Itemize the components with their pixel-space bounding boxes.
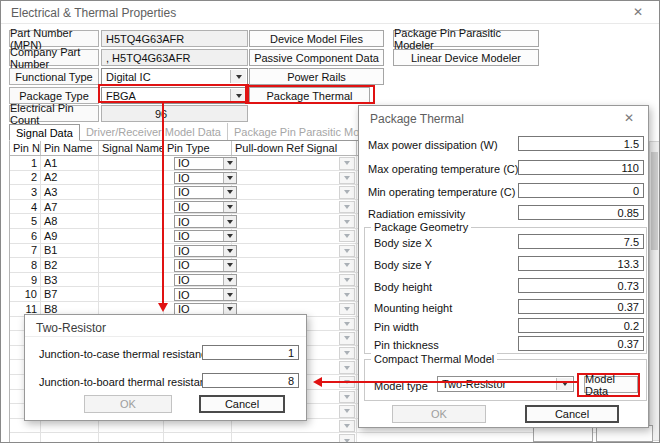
pulldown-combo-disabled — [339, 303, 355, 316]
pulldown-combo-disabled — [339, 288, 355, 301]
pulldown-combo-disabled — [339, 201, 355, 214]
pulldown-combo-disabled — [339, 434, 355, 443]
pin-type-combo[interactable]: IO — [174, 215, 237, 228]
cell-pin-no: 4 — [10, 200, 41, 214]
cell-signal-name[interactable] — [99, 214, 164, 228]
pin-width-label: Pin width — [374, 321, 419, 333]
cell-signal-name[interactable] — [99, 200, 164, 214]
company-part-number-field[interactable]: , H5TQ4G63AFR — [101, 49, 248, 66]
linear-device-modeler-button[interactable]: Linear Device Modeler — [393, 49, 539, 66]
pin-type-combo[interactable]: IO — [174, 230, 237, 243]
cell-pin-type — [164, 433, 232, 443]
pin-thickness-field[interactable]: 0.37 — [518, 336, 644, 351]
mounting-height-field[interactable]: 0.37 — [518, 299, 644, 314]
model-type-combo[interactable]: Two-Resistor — [437, 376, 574, 392]
cell-pin-name: B7 — [41, 287, 99, 301]
cell-signal-name[interactable] — [99, 287, 164, 301]
cell-signal-name[interactable] — [99, 273, 164, 287]
device-model-files-button[interactable]: Device Model Files — [249, 30, 384, 47]
cell-pin-name: A7 — [41, 200, 99, 214]
pulldown-combo-disabled — [339, 318, 355, 331]
max-operating-temperature-field[interactable]: 110 — [518, 160, 644, 175]
col-header-pulldown-ref-signal[interactable]: Pull-down Ref Signal — [232, 141, 357, 155]
junction-to-board-field[interactable]: 8 — [202, 373, 299, 388]
body-size-x-label: Body size X — [374, 237, 432, 249]
part-number-field[interactable]: H5TQ4G63AFR — [101, 30, 248, 47]
cell-signal-name[interactable] — [99, 185, 164, 199]
cell-signal-name[interactable] — [99, 258, 164, 272]
cell-pin-no: 3 — [10, 185, 41, 199]
close-icon[interactable]: ✕ — [618, 110, 640, 126]
chevron-down-icon — [223, 246, 236, 257]
pin-type-combo[interactable]: IO — [174, 259, 237, 272]
pin-type-combo[interactable]: IO — [174, 157, 237, 170]
pin-width-field[interactable]: 0.2 — [518, 318, 644, 333]
chevron-down-icon — [223, 202, 236, 213]
close-icon[interactable]: ✕ — [625, 4, 651, 21]
chevron-down-icon[interactable] — [556, 378, 572, 390]
pin-count-field: 96 — [101, 105, 248, 122]
chevron-down-icon[interactable] — [230, 70, 246, 83]
max-power-dissipation-field[interactable]: 1.5 — [518, 136, 644, 151]
package-thermal-ok-button: OK — [392, 405, 486, 423]
pulldown-combo-disabled — [339, 186, 355, 199]
mounting-height-label: Mounting height — [374, 302, 452, 314]
tab-driver-receiver-model-data[interactable]: Driver/Receiver Model Data — [80, 123, 228, 140]
cell-signal-name[interactable] — [99, 229, 164, 243]
pulldown-combo-disabled — [339, 274, 355, 287]
junction-to-case-field[interactable]: 1 — [202, 345, 299, 360]
two-resistor-ok-button: OK — [84, 395, 172, 413]
package-pin-parasitic-modeler-button[interactable]: Package Pin Parasitic Modeler — [393, 30, 539, 47]
min-operating-temperature-label: Min operating temperature (C) — [368, 186, 515, 198]
cell-pin-name: A3 — [41, 185, 99, 199]
pin-type-combo[interactable]: IO — [174, 288, 237, 301]
cell-pin-no: 2 — [10, 171, 41, 185]
power-rails-button[interactable]: Power Rails — [249, 68, 384, 85]
scrollbar-thumb[interactable] — [651, 152, 658, 250]
body-size-y-field[interactable]: 13.3 — [518, 256, 644, 271]
radiation-emissivity-field[interactable]: 0.85 — [518, 205, 644, 220]
functional-type-combo[interactable]: Digital IC — [101, 68, 248, 85]
passive-component-data-button[interactable]: Passive Component Data — [249, 49, 384, 66]
pin-type-combo[interactable]: IO — [174, 172, 237, 185]
cell-pin-name: B3 — [41, 273, 99, 287]
pulldown-combo-disabled — [339, 259, 355, 272]
pin-type-combo[interactable]: IO — [174, 274, 237, 287]
cell-pin-name: B2 — [41, 258, 99, 272]
col-header-pin-no[interactable]: Pin No — [10, 141, 41, 155]
min-operating-temperature-field[interactable]: 0 — [518, 183, 644, 198]
company-part-number-label: Company Part Number — [9, 49, 99, 66]
body-size-x-field[interactable]: 7.5 — [518, 234, 644, 249]
chevron-down-icon — [223, 231, 236, 242]
cell-signal-name[interactable] — [99, 244, 164, 258]
chevron-down-icon — [223, 304, 236, 315]
annotation-arrowhead-left — [313, 377, 322, 387]
col-header-signal-name[interactable]: Signal Name — [99, 141, 164, 155]
cell-signal-name[interactable] — [99, 156, 164, 170]
two-resistor-dialog: Two-Resistor Junction-to-case thermal re… — [24, 314, 307, 421]
max-power-dissipation-label: Max power dissipation (W) — [368, 139, 498, 151]
body-height-field[interactable]: 0.73 — [518, 278, 644, 293]
cell-pin-name: A9 — [41, 229, 99, 243]
two-resistor-cancel-button[interactable]: Cancel — [199, 395, 285, 413]
cell-signal-name[interactable] — [99, 171, 164, 185]
pin-type-combo[interactable]: IO — [174, 186, 237, 199]
package-geometry-group-label: Package Geometry — [371, 221, 471, 233]
pin-type-combo[interactable]: IO — [174, 245, 237, 258]
package-thermal-cancel-button[interactable]: Cancel — [525, 405, 619, 423]
cell-pin-no: 5 — [10, 214, 41, 228]
max-operating-temperature-label: Max operating temperature (C) — [368, 163, 518, 175]
table-vertical-scrollbar[interactable] — [649, 141, 660, 441]
col-header-pin-type[interactable]: Pin Type — [164, 141, 232, 155]
annotation-box-package-type — [98, 84, 249, 103]
pulldown-combo-disabled — [339, 420, 355, 433]
chevron-down-icon — [223, 275, 236, 286]
body-size-y-label: Body size Y — [374, 259, 432, 271]
tab-signal-data[interactable]: Signal Data — [9, 124, 80, 141]
cell-pin-name: A1 — [41, 156, 99, 170]
col-header-pin-name[interactable]: Pin Name — [41, 141, 99, 155]
electrical-thermal-properties-window: Electrical & Thermal Properties ✕ Part N… — [0, 0, 660, 443]
chevron-down-icon — [223, 173, 236, 184]
pin-type-combo[interactable]: IO — [174, 201, 237, 214]
part-number-label: Part Number (MPN) — [9, 30, 99, 47]
